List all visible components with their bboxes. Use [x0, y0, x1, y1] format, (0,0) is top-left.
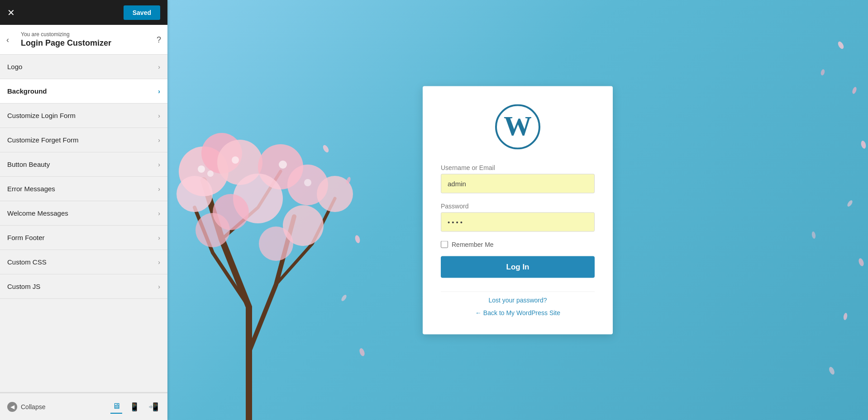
sidebar-header: ‹ You are customizing Login Page Customi… [0, 25, 167, 55]
back-to-site-link[interactable]: ← Back to My WordPress Site [475, 309, 560, 316]
chevron-background-icon: › [158, 88, 160, 95]
sidebar-item-label-customize-login-form: Customize Login Form [7, 112, 76, 119]
chevron-button-beauty-icon: › [158, 161, 160, 168]
sidebar-item-label-background: Background [7, 87, 47, 95]
close-button[interactable]: ✕ [7, 8, 15, 17]
collapse-label: Collapse [21, 403, 45, 411]
svg-text:W: W [504, 110, 532, 141]
svg-point-19 [354, 235, 361, 244]
svg-point-21 [358, 348, 366, 357]
saved-button[interactable]: Saved [124, 5, 160, 20]
mobile-icon[interactable]: 📲 [147, 400, 160, 414]
svg-point-14 [279, 160, 287, 169]
svg-point-27 [843, 312, 848, 320]
chevron-custom-css-icon: › [158, 259, 160, 266]
svg-point-26 [858, 258, 865, 267]
password-input[interactable] [441, 212, 595, 231]
svg-point-30 [811, 231, 816, 239]
svg-point-20 [340, 294, 348, 302]
collapse-button[interactable]: ◀ Collapse [7, 402, 45, 412]
sidebar: ✕ Saved ‹ You are customizing Login Page… [0, 0, 167, 420]
svg-point-11 [196, 213, 230, 247]
chevron-customize-login-form-icon: › [158, 112, 160, 119]
sidebar-item-button-beauty[interactable]: Button Beauty › [0, 152, 167, 177]
cherry-blossom-tree [167, 81, 371, 420]
collapse-arrow-icon: ◀ [7, 402, 17, 412]
svg-point-13 [207, 170, 214, 177]
device-icons: 🖥 📱 📲 [110, 400, 160, 414]
username-field: Username or Email [441, 164, 595, 193]
sidebar-item-label-button-beauty: Button Beauty [7, 160, 50, 168]
chevron-custom-js-icon: › [158, 283, 160, 290]
sidebar-item-label-welcome-messages: Welcome Messages [7, 209, 68, 217]
username-label: Username or Email [441, 164, 595, 171]
sidebar-item-label-logo: Logo [7, 63, 22, 71]
sidebar-item-background[interactable]: Background › [0, 79, 167, 104]
password-field: Password [441, 202, 595, 231]
login-card: W Username or Email Password Remember Me… [423, 86, 613, 334]
remember-me-checkbox[interactable] [441, 241, 448, 248]
login-links: Lost your password? ← Back to My WordPre… [441, 291, 595, 316]
sidebar-item-customize-login-form[interactable]: Customize Login Form › [0, 104, 167, 128]
chevron-logo-icon: › [158, 63, 160, 71]
sidebar-item-label-custom-js: Custom JS [7, 283, 40, 290]
sidebar-item-form-footer[interactable]: Form Footer › [0, 226, 167, 250]
sidebar-item-custom-css[interactable]: Custom CSS › [0, 250, 167, 274]
preview-area: W Username or Email Password Remember Me… [167, 0, 868, 420]
svg-point-10 [259, 227, 293, 261]
svg-point-17 [322, 144, 330, 154]
customizing-title: Login Page Customizer [21, 38, 160, 48]
sidebar-item-label-form-footer: Form Footer [7, 234, 45, 241]
svg-point-16 [232, 156, 239, 164]
remember-me-label: Remember Me [452, 241, 494, 248]
sidebar-item-error-messages[interactable]: Error Messages › [0, 177, 167, 201]
username-input[interactable] [441, 174, 595, 193]
svg-point-12 [198, 165, 205, 173]
remember-me-row: Remember Me [441, 241, 595, 248]
chevron-welcome-messages-icon: › [158, 210, 160, 217]
sidebar-item-label-custom-css: Custom CSS [7, 258, 47, 266]
help-icon[interactable]: ? [157, 35, 161, 44]
svg-point-28 [828, 366, 836, 376]
svg-point-29 [820, 69, 825, 76]
sidebar-topbar: ✕ Saved [0, 0, 167, 25]
wordpress-logo: W [495, 104, 540, 149]
sidebar-nav: Logo › Background › Customize Login Form… [0, 55, 167, 392]
svg-point-22 [837, 41, 845, 50]
login-form: Username or Email Password Remember Me L… [441, 164, 595, 316]
chevron-error-messages-icon: › [158, 185, 160, 193]
back-button[interactable]: ‹ [6, 35, 9, 44]
password-label: Password [441, 202, 595, 209]
sidebar-item-label-customize-forget-form: Customize Forget Form [7, 136, 79, 144]
sidebar-footer: ◀ Collapse 🖥 📱 📲 [0, 392, 167, 420]
svg-point-24 [860, 140, 867, 149]
scattered-petals [687, 0, 868, 420]
login-button[interactable]: Log In [441, 256, 595, 278]
lost-password-link[interactable]: Lost your password? [488, 296, 547, 303]
sidebar-item-welcome-messages[interactable]: Welcome Messages › [0, 201, 167, 226]
sidebar-item-label-error-messages: Error Messages [7, 185, 55, 193]
svg-point-23 [852, 86, 858, 94]
svg-point-25 [846, 199, 854, 208]
svg-point-2 [176, 176, 213, 212]
chevron-form-footer-icon: › [158, 234, 160, 241]
tablet-icon[interactable]: 📱 [128, 400, 141, 414]
sidebar-item-customize-forget-form[interactable]: Customize Forget Form › [0, 128, 167, 152]
chevron-customize-forget-form-icon: › [158, 137, 160, 144]
svg-point-15 [304, 179, 311, 186]
customizing-sublabel: You are customizing [21, 31, 160, 38]
desktop-icon[interactable]: 🖥 [110, 400, 122, 414]
sidebar-item-logo[interactable]: Logo › [0, 55, 167, 79]
sidebar-item-custom-js[interactable]: Custom JS › [0, 274, 167, 299]
